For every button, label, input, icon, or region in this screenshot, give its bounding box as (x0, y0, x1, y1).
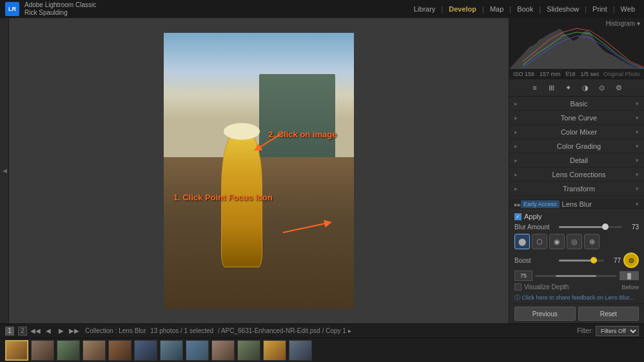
right-panel: Histogram ▾ ISO 156 157 mm f/18 1/5 sec … (509, 18, 644, 323)
histogram-info: ISO 156 157 mm f/18 1/5 sec (513, 71, 600, 77)
panel-sections: ▸ Basic ▾ ▸ Tone Curve ▾ ▸ Color Mixer ▾… (509, 97, 644, 303)
page-2-button[interactable]: 2 (18, 327, 27, 336)
image-beer-top (224, 123, 260, 139)
page-1-button[interactable]: 1 (5, 327, 14, 336)
film-thumb-8[interactable] (186, 340, 209, 361)
filmstrip-back-btn[interactable]: ◀ (44, 327, 53, 336)
section-lens-corrections[interactable]: ▸ Lens Corrections ▾ (509, 167, 644, 182)
filmstrip-prev-btn[interactable]: ◀◀ (31, 327, 40, 336)
focal-range-row: ▐▌ (509, 269, 644, 282)
toolbar-mask-icon[interactable]: ◑ (580, 82, 591, 93)
toolbar-redeye-icon[interactable]: ⊙ (596, 82, 608, 93)
section-tone-curve[interactable]: ▸ Tone Curve ▾ (509, 111, 644, 125)
focal-input-low[interactable] (514, 271, 532, 281)
nav-print[interactable]: Print (589, 4, 611, 14)
filter-label: Filter: (577, 327, 593, 334)
film-thumb-10[interactable] (237, 340, 260, 361)
blur-amount-row: Blur Amount 73 (509, 222, 644, 232)
boost-row: Boost 77 ⊙ (509, 251, 644, 269)
filmstrip-forward-btn[interactable]: ▶ (57, 327, 66, 336)
histogram-chart (509, 18, 644, 69)
film-thumb-2[interactable] (31, 340, 54, 361)
early-access-badge: Early Access (521, 200, 560, 208)
app-logo: LR (5, 2, 19, 16)
visualize-depth-checkbox[interactable] (514, 283, 522, 291)
blur-amount-value: 73 (625, 224, 639, 231)
center-panel: 2. Click on image 1. Click Point Focus I… (9, 18, 509, 323)
film-thumb-12[interactable] (289, 340, 312, 361)
bokeh-point-icon[interactable]: ⊕ (584, 234, 600, 249)
feedback-link[interactable]: ⓘ Click here to share feedback on Lens B… (514, 294, 634, 301)
boost-slider[interactable] (559, 260, 604, 262)
nav-web[interactable]: Web (617, 4, 639, 14)
lens-blur-section: ▸▸ Early Access Lens Blur ▾ ✓ Apply Blur… (509, 196, 644, 303)
annotation-click-image: 2. Click on image (268, 129, 337, 139)
visualize-depth-label: Visualize Depth (524, 283, 569, 291)
blur-amount-label: Blur Amount (514, 224, 556, 231)
bokeh-icons-row: ⬤ ⬡ ◉ ◎ ⊕ (509, 232, 644, 251)
bokeh-cat-icon[interactable]: ◎ (567, 234, 582, 249)
main-image-container[interactable]: 2. Click on image 1. Click Point Focus I… (164, 33, 354, 309)
section-color-grading[interactable]: ▸ Color Grading ▾ (509, 139, 644, 153)
focal-range-slider[interactable] (535, 275, 617, 277)
lens-blur-label: Lens Blur (562, 200, 592, 208)
apply-checkbox[interactable]: ✓ (514, 213, 522, 220)
section-color-mixer[interactable]: ▸ Color Mixer ▾ (509, 125, 644, 139)
apply-row: ✓ Apply (509, 211, 644, 222)
nav-slideshow[interactable]: Slideshow (543, 4, 583, 14)
filmstrip-collection-info: Collection : Lens Blur 13 photos / 1 sel… (85, 327, 351, 334)
blur-amount-thumb[interactable] (602, 224, 609, 230)
boost-label: Boost (514, 257, 556, 264)
point-focus-button[interactable]: ⊙ (623, 252, 639, 268)
filter-dropdown[interactable]: Filters Off (596, 326, 639, 336)
main-image[interactable] (164, 33, 354, 309)
toolbar-healing-icon[interactable]: ✦ (563, 82, 574, 93)
nav-book[interactable]: Book (513, 4, 537, 14)
filmstrip-next-btn[interactable]: ▶▶ (70, 327, 79, 336)
toolbar-presets-icon[interactable]: ≡ (529, 82, 541, 93)
reset-button[interactable]: Reset (578, 307, 639, 321)
app-branding: LR Adobe Lightroom Classic Rick Spauldin… (5, 1, 96, 17)
toolbar-settings-icon[interactable]: ⚙ (613, 82, 625, 93)
histogram-area: Histogram ▾ ISO 156 157 mm f/18 1/5 sec … (509, 18, 644, 79)
bokeh-circle-icon[interactable]: ⬤ (514, 234, 530, 249)
nav-map[interactable]: Map (486, 4, 507, 14)
film-thumb-4[interactable] (83, 340, 106, 361)
boost-thumb[interactable] (590, 257, 597, 263)
main-layout: ◀ 2. Click on image (0, 18, 644, 323)
bokeh-blade-icon[interactable]: ⬡ (532, 234, 547, 249)
section-transform[interactable]: ▸ Transform ▾ (509, 182, 644, 196)
section-basic[interactable]: ▸ Basic ▾ (509, 97, 644, 111)
focal-range-fill (556, 275, 597, 277)
boost-fill (559, 260, 594, 262)
left-panel-toggle[interactable]: ◀ (1, 167, 8, 174)
filmstrip-toolbar: 1 2 ◀◀ ◀ ▶ ▶▶ Collection : Lens Blur 13 … (0, 324, 644, 338)
left-panel: ◀ (0, 18, 9, 323)
film-thumb-3[interactable] (57, 340, 80, 361)
before-after-toggle[interactable]: Before (621, 284, 639, 291)
toolbar-crop-icon[interactable]: ⊞ (546, 82, 558, 93)
bokeh-soap-icon[interactable]: ◉ (549, 234, 565, 249)
blur-amount-fill (559, 226, 605, 228)
blur-amount-slider[interactable] (559, 226, 622, 228)
focal-range-input2[interactable]: ▐▌ (620, 271, 639, 280)
film-thumb-7[interactable] (160, 340, 183, 361)
film-thumb-5[interactable] (108, 340, 132, 361)
lens-blur-collapse[interactable]: ▾ (636, 201, 639, 207)
nav-develop[interactable]: Develop (445, 4, 480, 14)
film-thumb-6[interactable] (134, 340, 157, 361)
film-thumb-9[interactable] (211, 340, 235, 361)
app-title: Adobe Lightroom Classic Rick Spaulding (24, 1, 96, 17)
panel-bottom-buttons: Previous Reset (509, 303, 644, 323)
filmstrip-photos (0, 338, 644, 362)
film-thumb-11[interactable] (263, 340, 286, 361)
nav-library[interactable]: Library (410, 4, 440, 14)
film-thumb-1[interactable] (5, 340, 28, 361)
boost-value: 77 (607, 257, 621, 264)
main-nav: Library | Develop | Map | Book | Slidesh… (410, 4, 639, 14)
bottom-filmstrip: 1 2 ◀◀ ◀ ▶ ▶▶ Collection : Lens Blur 13 … (0, 323, 644, 362)
apply-label: Apply (524, 213, 542, 220)
previous-button[interactable]: Previous (514, 307, 576, 321)
section-detail[interactable]: ▸ Detail ▾ (509, 153, 644, 167)
visualize-depth-row: Visualize Depth Before (509, 282, 644, 292)
